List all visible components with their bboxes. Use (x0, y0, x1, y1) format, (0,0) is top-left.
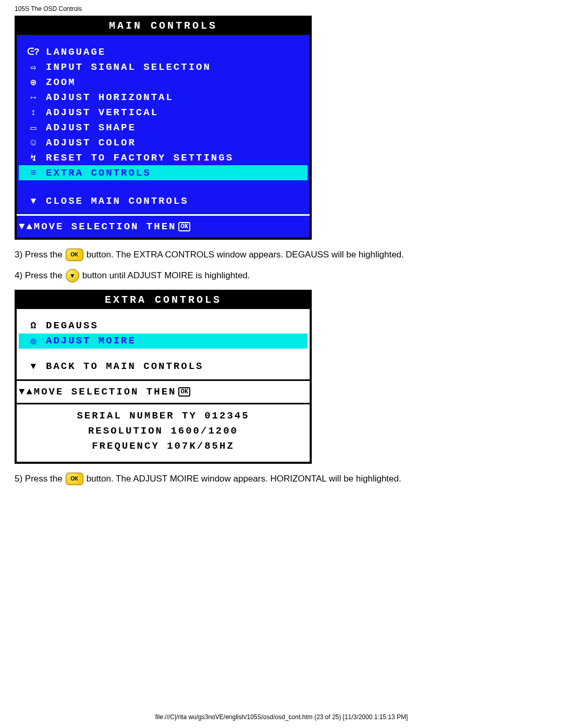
updown-icon: ▼▲ (19, 386, 34, 398)
menu-label: INPUT SIGNAL SELECTION (46, 61, 211, 73)
horizontal-icon: ↔ (21, 92, 46, 103)
menu-item-zoom[interactable]: ⊕ ZOOM (19, 75, 308, 90)
resolution: RESOLUTION 1600/1200 (19, 424, 308, 439)
serial-number: SERIAL NUMBER TY 012345 (19, 409, 308, 424)
shape-icon: ▭ (21, 122, 46, 133)
menu-item-input-signal[interactable]: ⇨ INPUT SIGNAL SELECTION (19, 59, 308, 75)
ok-button-icon: OK (66, 249, 83, 261)
menu-item-adjust-vertical[interactable]: ↕ ADJUST VERTICAL (19, 105, 308, 120)
main-hint-row: ▼▲ MOVE SELECTION THEN OK (17, 214, 310, 238)
ok-icon: OK (178, 222, 190, 231)
menu-label: RESET TO FACTORY SETTINGS (46, 152, 234, 164)
frequency: FREQUENCY 107K/85HZ (19, 439, 308, 454)
menu-label: ADJUST SHAPE (46, 122, 136, 133)
menu-item-degauss[interactable]: Ω DEGAUSS (19, 318, 308, 334)
menu-item-extra-controls[interactable]: ≡ EXTRA CONTROLS (19, 165, 308, 180)
menu-label: ZOOM (46, 77, 76, 88)
instruction-step-5: 5) Press the OK button. The ADJUST MOIRE… (15, 472, 553, 486)
step4-post: button until ADJUST MOIRE is highlighted… (82, 269, 250, 282)
extra-menu-body: Ω DEGAUSS ◎ ADJUST MOIRE ▼ BACK TO MAIN … (17, 309, 310, 379)
step3-post: button. The EXTRA CONTROLS window appear… (87, 248, 404, 262)
language-icon: ᕮ? (21, 47, 46, 57)
step5-pre: 5) Press the (15, 472, 63, 486)
step4-pre: 4) Press the (15, 269, 63, 282)
back-icon: ▼ (21, 361, 46, 372)
color-icon: ☺ (21, 138, 46, 148)
step3-pre: 3) Press the (15, 248, 63, 262)
moire-icon: ◎ (21, 335, 46, 347)
extra-icon: ≡ (21, 168, 46, 178)
step5-post: button. The ADJUST MOIRE window appears.… (87, 472, 401, 486)
page-header: 105S The OSD Controls (15, 5, 553, 13)
hint-text: MOVE SELECTION THEN (34, 386, 177, 398)
extra-controls-osd: EXTRA CONTROLS Ω DEGAUSS ◎ ADJUST MOIRE … (15, 290, 312, 464)
instruction-step-4: 4) Press the ▼ button until ADJUST MOIRE… (15, 269, 553, 282)
menu-label: LANGUAGE (46, 46, 106, 58)
menu-item-adjust-horizontal[interactable]: ↔ ADJUST HORIZONTAL (19, 90, 308, 105)
close-icon: ▼ (21, 196, 46, 206)
menu-item-adjust-color[interactable]: ☺ ADJUST COLOR (19, 135, 308, 150)
extra-hint-row: ▼▲ MOVE SELECTION THEN OK (17, 379, 310, 404)
main-menu-body: ᕮ? LANGUAGE ⇨ INPUT SIGNAL SELECTION ⊕ Z… (17, 35, 310, 214)
menu-item-language[interactable]: ᕮ? LANGUAGE (19, 44, 308, 59)
menu-item-close-main[interactable]: ▼ CLOSE MAIN CONTROLS (19, 195, 308, 214)
input-icon: ⇨ (21, 61, 46, 73)
vertical-icon: ↕ (21, 107, 46, 118)
ok-button-icon: OK (66, 473, 83, 485)
zoom-icon: ⊕ (21, 77, 46, 88)
menu-label: EXTRA CONTROLS (46, 167, 151, 179)
updown-icon: ▼▲ (19, 221, 34, 232)
hint-text: MOVE SELECTION THEN (34, 221, 177, 232)
osd-title: MAIN CONTROLS (17, 18, 310, 35)
degauss-icon: Ω (21, 320, 46, 331)
page-footer: file:///C|/rita wu/gs3noVE/english/105S/… (0, 713, 563, 721)
reset-icon: ↯ (21, 152, 46, 164)
menu-item-reset-factory[interactable]: ↯ RESET TO FACTORY SETTINGS (19, 150, 308, 165)
menu-label: ADJUST HORIZONTAL (46, 92, 174, 103)
menu-item-back-main[interactable]: ▼ BACK TO MAIN CONTROLS (19, 360, 308, 379)
menu-item-adjust-shape[interactable]: ▭ ADJUST SHAPE (19, 120, 308, 135)
info-block: SERIAL NUMBER TY 012345 RESOLUTION 1600/… (17, 404, 310, 462)
menu-label: CLOSE MAIN CONTROLS (46, 195, 189, 207)
down-button-icon: ▼ (66, 269, 79, 282)
main-controls-osd: MAIN CONTROLS ᕮ? LANGUAGE ⇨ INPUT SIGNAL… (15, 16, 312, 240)
menu-label: ADJUST MOIRE (46, 335, 136, 347)
menu-label: BACK TO MAIN CONTROLS (46, 361, 203, 372)
menu-item-adjust-moire[interactable]: ◎ ADJUST MOIRE (19, 334, 308, 349)
ok-icon: OK (178, 387, 190, 397)
instruction-step-3: 3) Press the OK button. The EXTRA CONTRO… (15, 248, 553, 262)
osd-title: EXTRA CONTROLS (17, 292, 310, 309)
menu-label: ADJUST COLOR (46, 137, 136, 149)
menu-label: DEGAUSS (46, 320, 99, 331)
menu-label: ADJUST VERTICAL (46, 107, 158, 118)
